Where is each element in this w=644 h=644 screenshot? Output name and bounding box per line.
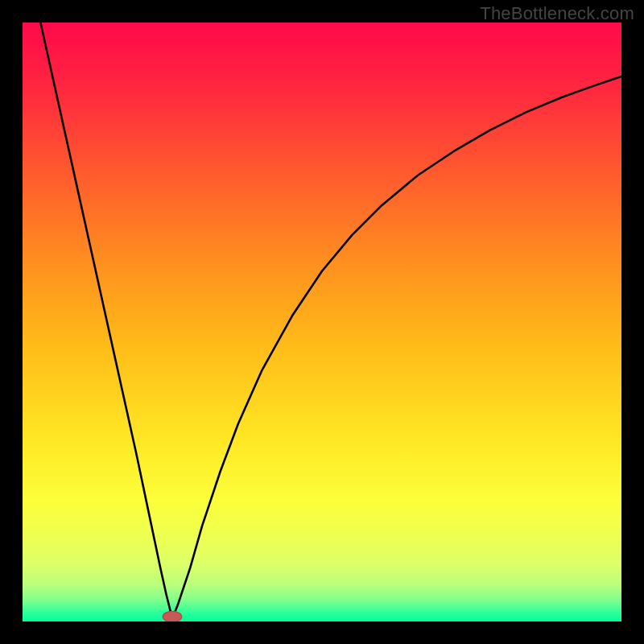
watermark-text: TheBottleneck.com bbox=[480, 3, 634, 24]
gradient-background bbox=[23, 23, 621, 621]
minimum-marker bbox=[163, 611, 182, 621]
plot-area bbox=[23, 23, 621, 621]
chart-svg bbox=[23, 23, 621, 621]
chart-frame: TheBottleneck.com bbox=[0, 0, 644, 644]
